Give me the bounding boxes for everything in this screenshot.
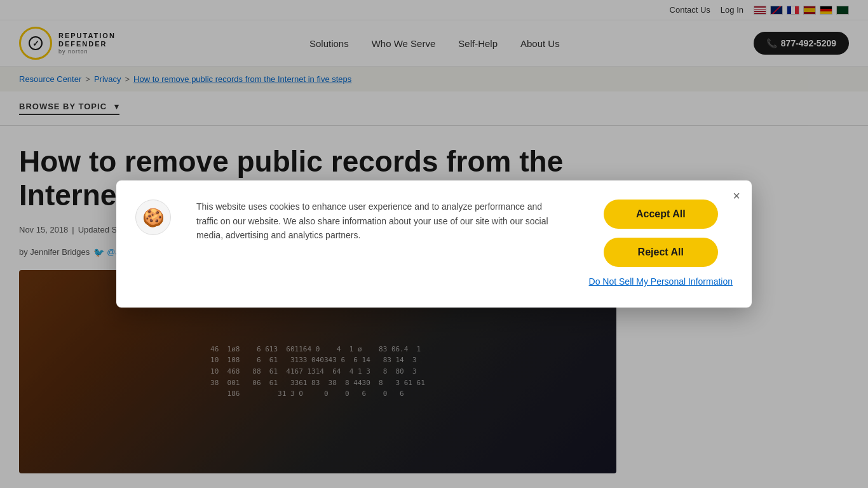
cookie-modal: × 🍪 This website uses cookies to enhance… <box>116 180 752 308</box>
accept-all-button[interactable]: Accept All <box>604 200 718 229</box>
cookie-actions: Accept All Reject All Do Not Sell My Per… <box>589 200 733 288</box>
do-not-sell-button[interactable]: Do Not Sell My Personal Information <box>589 276 733 288</box>
cookie-icon: 🍪 <box>135 200 171 235</box>
modal-overlay: × 🍪 This website uses cookies to enhance… <box>0 0 868 486</box>
cookie-content: This website uses cookies to enhance use… <box>196 200 564 242</box>
close-button[interactable]: × <box>733 189 740 202</box>
reject-all-button[interactable]: Reject All <box>604 238 718 267</box>
cookie-text: This website uses cookies to enhance use… <box>196 200 564 242</box>
